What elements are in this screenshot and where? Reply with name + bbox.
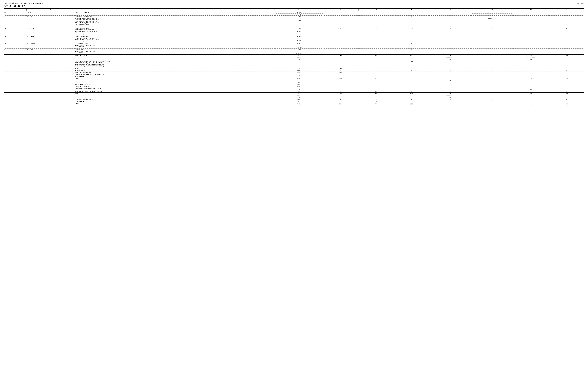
summary-itogo1: ИТОГО: РУБ.----РУБ. 527 203 46 ---------…: [4, 78, 584, 84]
column-headers: 1 2 3 4 5 6 7 8 9 10 11 12: [4, 9, 584, 11]
summary-itogo2: ИТОГО: РУБ.----РУБ. 5493 704 231 46-----…: [4, 92, 584, 98]
table-row: 38 С152-179 -ПРОВОДА СИЛОВЫЕ ДЛЯЭЛЕКТРИЧ…: [4, 16, 584, 27]
table-row: 41 2405-1862 -СТОЙКИ=К1151У3ТУ36-1496-75…: [4, 43, 584, 49]
header-line: ПРОГРАММНЫЙ КОМПЛЕКС АВС-3ЕС ( РЕДАКЦИЯ …: [4, 3, 584, 4]
summary-itogo-final: ИТОГО: РУБ. 5493 756 231 46 401 2,30: [4, 103, 584, 105]
table-row: 40 С152-560 -ШИНЫ АЛЮМИНИЕВЫЕПРЯМОУГОЛЬН…: [4, 36, 584, 43]
summary-planovie: ПЛАНОВЫЕ НАКОПЛЕНИЯ = РУБ. 52 - - - - - …: [4, 98, 584, 101]
summary-vania: ВАНИЯ = РУБ. 406 - - - - - -: [4, 67, 584, 69]
table-row: 42 2405-1698 -ПОЛКИ=К1163У3ТУ36-1496-75,…: [4, 49, 584, 55]
summary-nakladnie-nuchp: НАКЛАДНЫЕ НУЧП = РУБ. - - - - - - -: [4, 86, 584, 88]
header-right: 10022021: [576, 3, 584, 4]
summary-nakladnie: НАКЛАДНЫЕ РАСХОДЫ = РУБ. 177 - - - - - -: [4, 84, 584, 86]
summary-normativ-tr: НОРМАТИВНАЯ ТРУДОЕМКОСТЬ В Н.Р. = РУБ. -…: [4, 88, 584, 90]
header-center: 59: [311, 3, 312, 4]
summary-planovie-nuchp: ПЛАНОВЫЕ НУЧП = РУБ. - ~ - - - - -: [4, 101, 584, 103]
table-row: 37 ТО ×Е -ТО ×Е,Д=25×1,6М 1,000,24 - - 1…: [4, 11, 584, 16]
summary-material: МАТЕРИАЛЬНЫЕ РЕСУРСЫ, НЕ УЧТЕННЫЕВ РАСЦЕ…: [4, 74, 584, 78]
summary-schetnaya: СЧЕТНАЯ ЗАРАБОТНАЯ ПЛАТА В Н.Р. = РУБ. -…: [4, 90, 584, 92]
header-left: ПРОГРАММНЫЙ КОМПЛЕКС АВС-3ЕС ( РЕДАКЦИЯ …: [4, 3, 46, 4]
summary-itogo-oborud: ИТОГО ОБОРУДОВАНИЯ: РУБ. 5493 - - - - - …: [4, 72, 584, 74]
table-row: 39 С152-559 -ШИНЫ АЛЮМИНИЕВЫЕПРЯМОУГОЛЬН…: [4, 27, 584, 36]
summary-normativ: НОРМАТИВ.УСЛОВНО-ЧИСТАЯ ПРОДУКЦИЯ = РУБ.…: [4, 60, 584, 67]
summary-shefmontag: ШЕФМОНТАЖ = РУБ. - - - - - - -: [4, 69, 584, 72]
summary-itogo-smete: ИТОГО ПО СМЕТЕ РУБ.----РУБ. 5087 474 203…: [4, 55, 584, 60]
page-title: 407-2-480.13.87: [4, 5, 584, 7]
